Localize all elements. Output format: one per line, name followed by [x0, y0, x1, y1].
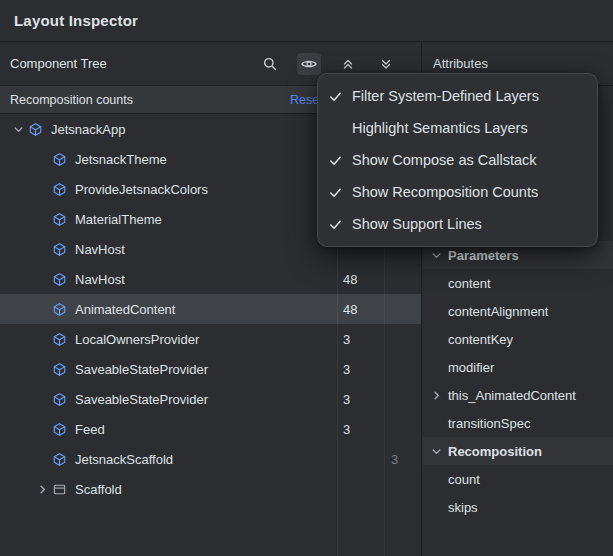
- recomposition-count: 3: [343, 362, 350, 377]
- menu-item-label: Highlight Semantics Layers: [352, 120, 528, 136]
- attr-section-label: Parameters: [448, 248, 519, 263]
- recomposition-skips: 3: [391, 452, 398, 467]
- compose-node-icon: [52, 422, 70, 437]
- chevron-down-icon[interactable]: [8, 122, 28, 137]
- recomposition-count: 3: [343, 392, 350, 407]
- menu-item-show-compose-as-callstack[interactable]: Show Compose as Callstack: [318, 144, 597, 176]
- menu-item-label: Show Compose as Callstack: [352, 152, 537, 168]
- layout-inspector-window: Layout Inspector Component Tree Recompos…: [0, 0, 613, 556]
- menu-item-show-recomposition-counts[interactable]: Show Recomposition Counts: [318, 176, 597, 208]
- attr-item-content[interactable]: content: [423, 269, 613, 297]
- attr-item-label: modifier: [448, 360, 494, 375]
- window-title: Layout Inspector: [14, 12, 138, 29]
- menu-item-label: Filter System-Defined Layers: [352, 88, 539, 104]
- attr-item-label: contentAlignment: [448, 304, 548, 319]
- attr-item-label: contentKey: [448, 332, 513, 347]
- tree-node-label: JetsnackScaffold: [75, 452, 173, 467]
- menu-item-show-support-lines[interactable]: Show Support Lines: [318, 208, 597, 240]
- compose-node-icon: [52, 182, 70, 197]
- tree-node-label: ProvideJetsnackColors: [75, 182, 208, 197]
- attr-item-this-animatedcontent[interactable]: this_AnimatedContent: [423, 381, 613, 409]
- tree-node-label: MaterialTheme: [75, 212, 162, 227]
- attr-section-recomposition[interactable]: Recomposition: [423, 437, 613, 465]
- attr-item-label: transitionSpec: [448, 416, 530, 431]
- tree-node-label: JetsnackTheme: [75, 152, 167, 167]
- attr-item-modifier[interactable]: modifier: [423, 353, 613, 381]
- compose-node-icon: [52, 242, 70, 257]
- window-header: Layout Inspector: [0, 0, 613, 42]
- tree-node-label: JetsnackApp: [51, 122, 125, 137]
- search-icon[interactable]: [259, 53, 281, 75]
- tree-node-feed[interactable]: Feed3: [0, 414, 421, 444]
- attr-item-label: skips: [448, 500, 478, 515]
- compose-node-icon: [52, 212, 70, 227]
- tree-node-navhost[interactable]: NavHost48: [0, 264, 421, 294]
- menu-item-label: Show Support Lines: [352, 216, 482, 232]
- tree-node-label: NavHost: [75, 272, 125, 287]
- tree-node-scaffold[interactable]: Scaffold: [0, 474, 421, 504]
- view-options-menu: Filter System-Defined LayersHighlight Se…: [317, 73, 598, 247]
- recomposition-count: 48: [343, 272, 357, 287]
- tree-node-label: Scaffold: [75, 482, 122, 497]
- component-tree-toolbar: [259, 53, 411, 75]
- tree-node-saveablestateprovider[interactable]: SaveableStateProvider3: [0, 354, 421, 384]
- attr-section-label: Recomposition: [448, 444, 542, 459]
- tree-node-label: LocalOwnersProvider: [75, 332, 199, 347]
- checkmark-icon: [328, 217, 352, 232]
- view-options-menu-items: Filter System-Defined LayersHighlight Se…: [318, 80, 597, 240]
- attr-item-count[interactable]: count: [423, 465, 613, 493]
- expand-all-icon[interactable]: [375, 53, 397, 75]
- chevron-down-icon[interactable]: [428, 444, 445, 459]
- compose-node-icon: [52, 392, 70, 407]
- compose-node-icon: [52, 452, 70, 467]
- checkmark-icon: [328, 153, 352, 168]
- compose-node-icon: [52, 152, 70, 167]
- tree-node-label: AnimatedContent: [75, 302, 175, 317]
- recomposition-count: 48: [343, 302, 357, 317]
- compose-node-icon: [52, 362, 70, 377]
- attr-item-contentkey[interactable]: contentKey: [423, 325, 613, 353]
- visibility-icon[interactable]: [297, 53, 321, 75]
- tree-node-label: SaveableStateProvider: [75, 362, 208, 377]
- recomposition-count: 3: [343, 422, 350, 437]
- compose-node-icon: [52, 332, 70, 347]
- view-node-icon: [52, 482, 70, 497]
- attr-item-contentalignment[interactable]: contentAlignment: [423, 297, 613, 325]
- chevron-down-icon[interactable]: [428, 248, 445, 263]
- tree-node-animatedcontent[interactable]: AnimatedContent48: [0, 294, 421, 324]
- tree-node-localownersprovider[interactable]: LocalOwnersProvider3: [0, 324, 421, 354]
- menu-item-label: Show Recomposition Counts: [352, 184, 538, 200]
- tree-node-jetsnackscaffold[interactable]: JetsnackScaffold3: [0, 444, 421, 474]
- attributes-title: Attributes: [433, 56, 488, 71]
- checkmark-icon: [328, 185, 352, 200]
- tree-node-label: NavHost: [75, 242, 125, 257]
- attr-item-skips[interactable]: skips: [423, 493, 613, 521]
- recomposition-count: 3: [343, 332, 350, 347]
- tree-node-label: Feed: [75, 422, 105, 437]
- attr-item-label: count: [448, 472, 480, 487]
- component-tree-title: Component Tree: [10, 56, 107, 71]
- compose-node-icon: [52, 302, 70, 317]
- menu-item-filter-system-defined-layers[interactable]: Filter System-Defined Layers: [318, 80, 597, 112]
- tree-node-saveablestateprovider[interactable]: SaveableStateProvider3: [0, 384, 421, 414]
- compose-node-icon: [52, 272, 70, 287]
- attr-item-transitionspec[interactable]: transitionSpec: [423, 409, 613, 437]
- attr-item-label: content: [448, 276, 491, 291]
- chevron-right-icon[interactable]: [428, 388, 445, 403]
- menu-item-highlight-semantics-layers[interactable]: Highlight Semantics Layers: [318, 112, 597, 144]
- banner-label: Recomposition counts: [10, 93, 133, 107]
- tree-node-label: SaveableStateProvider: [75, 392, 208, 407]
- attributes-rows: ParameterscontentcontentAlignmentcontent…: [423, 241, 613, 521]
- collapse-all-icon[interactable]: [337, 53, 359, 75]
- compose-node-icon: [28, 122, 46, 137]
- checkmark-icon: [328, 89, 352, 104]
- chevron-right-icon[interactable]: [32, 482, 52, 497]
- attr-item-label: this_AnimatedContent: [448, 388, 576, 403]
